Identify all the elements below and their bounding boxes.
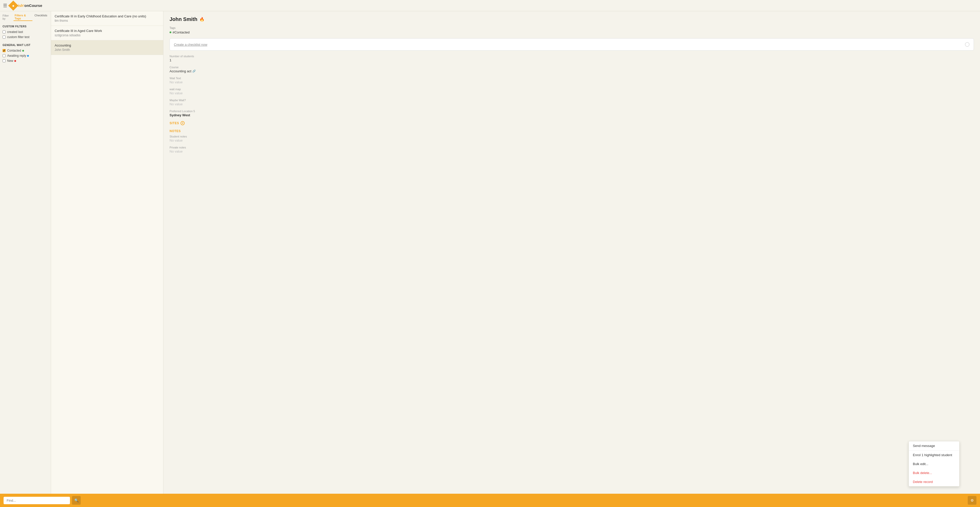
search-icon: 🔍 [74, 498, 79, 502]
general-wait-list-section: GENERAL WAIT LIST Contacted Awaiting rep… [0, 41, 51, 65]
tag-item[interactable]: #Contacted [170, 30, 974, 34]
wait-map-label: wait map [170, 88, 974, 91]
bottom-bar: 🔍 ⚙ [0, 494, 980, 507]
context-menu-send-message[interactable]: Send message [909, 441, 959, 450]
contacted-dot [22, 50, 24, 52]
awaiting-reply-dot [27, 55, 29, 57]
logo-text: ish'onCourse [18, 3, 42, 8]
sidebar: Filter by Filters & Tags Checklists CUST… [0, 11, 51, 494]
list-panel: Certificate III in Early Childhood Educa… [51, 11, 164, 494]
list-item[interactable]: Accounting John Smith [51, 40, 163, 55]
custom-filters-section: CUSTOM FILTERS created last custom filte… [0, 23, 51, 41]
private-notes-label: Private notes [170, 146, 974, 149]
filter-new-checkbox[interactable] [3, 59, 6, 62]
filter-awaiting-reply-label: Awaiting reply [7, 54, 29, 57]
custom-filters-title: CUSTOM FILTERS [3, 25, 48, 28]
list-item[interactable]: Certificate III in Early Childhood Educa… [51, 11, 163, 26]
wait-map-field: wait map No value [170, 88, 974, 95]
sites-heading: SITES + [170, 121, 974, 125]
filter-new-label: New [7, 59, 16, 62]
list-item-sub: tim thoms [55, 19, 159, 22]
maybe-wait-label: Maybe Wait? [170, 99, 974, 102]
private-notes-value: No value [170, 150, 974, 153]
main-container: Filter by Filters & Tags Checklists CUST… [0, 11, 980, 494]
detail-header: John Smith 🔥 [170, 16, 974, 22]
top-nav: ☰ ◆ ish'onCourse [0, 0, 980, 11]
student-notes-value: No value [170, 139, 974, 142]
wait-text-value: No value [170, 80, 974, 84]
course-label: Course [170, 66, 974, 69]
list-item-sub: szdgcsrsa sdsadss [55, 33, 159, 37]
logo: ◆ ish'onCourse [10, 2, 42, 9]
filter-awaiting-reply[interactable]: Awaiting reply [3, 53, 48, 58]
filter-custom-filter-test-checkbox[interactable] [3, 35, 6, 38]
wait-text-label: Wait Text [170, 77, 974, 80]
general-wait-list-title: GENERAL WAIT LIST [3, 44, 48, 46]
student-notes-label: Student notes [170, 135, 974, 138]
maybe-wait-field: Maybe Wait? No value [170, 99, 974, 106]
filter-tabs: Filters & Tags Checklists [14, 13, 48, 21]
list-item[interactable]: Certificate III in Aged Care Work szdgcs… [51, 26, 163, 40]
filter-custom-filter-test-label: custom filter test [7, 35, 29, 39]
gear-button[interactable]: ⚙ [968, 496, 977, 505]
filter-contacted-checkbox[interactable] [3, 49, 6, 52]
preferred-location-value: Sydney West [170, 113, 974, 117]
tags-label: Tags [170, 26, 974, 29]
new-dot [14, 60, 16, 62]
wait-map-value: No value [170, 91, 974, 95]
context-menu-bulk-delete[interactable]: Bulk delete... [909, 469, 959, 477]
tab-checklists[interactable]: Checklists [33, 13, 48, 21]
filter-new[interactable]: New [3, 58, 48, 63]
context-menu-enrol[interactable]: Enrol 1 highlighted student [909, 451, 959, 459]
list-item-sub: John Smith [55, 48, 159, 52]
gear-icon: ⚙ [970, 498, 974, 502]
search-button[interactable]: 🔍 [72, 496, 81, 505]
sites-add-button[interactable]: + [181, 121, 185, 125]
course-value[interactable]: Accounting act 🔗 [170, 69, 974, 73]
notes-heading: NOTES [170, 129, 974, 133]
course-ext-link-icon: 🔗 [192, 70, 196, 73]
checklist-box: Create a checklist now [170, 38, 974, 51]
search-input[interactable] [3, 497, 70, 504]
num-students-label: Number of students [170, 55, 974, 58]
filter-custom-filter-test[interactable]: custom filter test [3, 35, 48, 40]
context-menu-delete-record[interactable]: Delete record [909, 477, 959, 486]
course-field: Course Accounting act 🔗 [170, 66, 974, 73]
context-menu-bulk-edit[interactable]: Bulk edit... [909, 459, 959, 469]
tab-filters-tags[interactable]: Filters & Tags [14, 13, 32, 21]
private-notes-field: Private notes No value [170, 146, 974, 153]
filter-created-last[interactable]: created last [3, 29, 48, 35]
list-item-title: Certificate III in Early Childhood Educa… [55, 14, 159, 18]
detail-panel: John Smith 🔥 Tags #Contacted Create a ch… [164, 11, 980, 494]
filter-by-label: Filter by [3, 14, 12, 20]
fire-icon: 🔥 [199, 17, 205, 22]
filter-contacted-label: Contacted [7, 49, 24, 53]
context-menu: Send message Enrol 1 highlighted student… [908, 441, 959, 486]
maybe-wait-value: No value [170, 102, 974, 106]
preferred-location-field: Preferred Location 5 Sydney West [170, 110, 974, 117]
detail-name: John Smith [170, 16, 197, 22]
filter-bar: Filter by Filters & Tags Checklists [0, 11, 51, 23]
hamburger-icon[interactable]: ☰ [3, 3, 7, 8]
logo-diamond: ◆ [8, 0, 18, 11]
preferred-location-label: Preferred Location 5 [170, 110, 974, 113]
filter-created-last-label: created last [7, 30, 23, 34]
tag-value: #Contacted [173, 30, 190, 34]
tags-section: Tags #Contacted [170, 26, 974, 34]
student-notes-field: Student notes No value [170, 135, 974, 142]
wait-text-field: Wait Text No value [170, 77, 974, 84]
list-item-title: Certificate III in Aged Care Work [55, 29, 159, 33]
list-item-title: Accounting [55, 43, 159, 47]
tag-dot [170, 32, 171, 33]
filter-awaiting-reply-checkbox[interactable] [3, 54, 6, 57]
checklist-link[interactable]: Create a checklist now [174, 43, 207, 46]
checklist-spinner [965, 42, 969, 47]
num-students-field: Number of students 1 [170, 55, 974, 62]
filter-created-last-checkbox[interactable] [3, 30, 6, 33]
filter-contacted[interactable]: Contacted [3, 48, 48, 53]
num-students-value: 1 [170, 58, 974, 62]
